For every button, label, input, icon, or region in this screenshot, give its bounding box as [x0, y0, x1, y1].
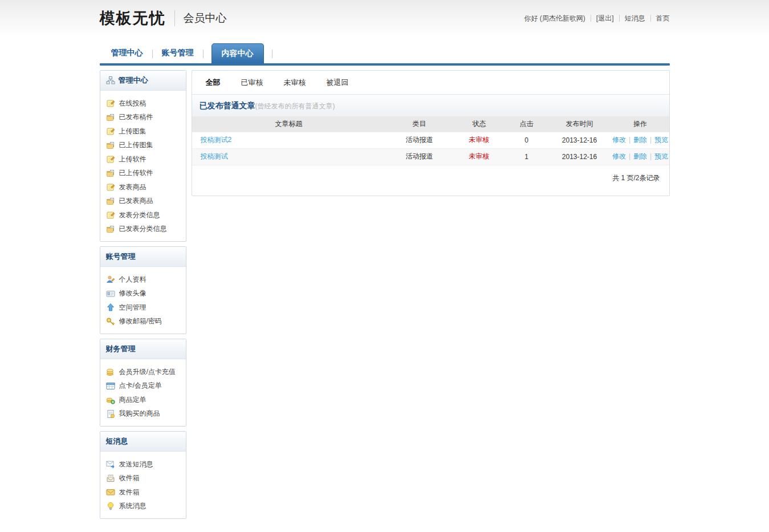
filter-tabs: 全部已审核未审核被退回 — [192, 71, 669, 95]
status-cell: 未审核 — [453, 132, 506, 148]
messages-link[interactable]: 短消息 — [625, 14, 645, 23]
logout-link[interactable]: [退出] — [596, 14, 614, 23]
articles-table: 文章标题类目状态点击发布时间操作 投稿测试2活动报道未审核02013-12-16… — [192, 116, 669, 165]
note-edit-icon — [106, 210, 115, 220]
filter-tab-1[interactable]: 已审核 — [241, 78, 263, 88]
home-link[interactable]: 首页 — [656, 14, 670, 23]
sidebar-item-2-0[interactable]: 会员升级/点卡充值 — [106, 365, 180, 379]
inbox-icon — [106, 474, 115, 483]
section-title: 已发布普通文章 — [200, 101, 255, 110]
clicks-cell: 1 — [506, 148, 548, 165]
nav-tab-content-center[interactable]: 内容中心 — [211, 43, 264, 63]
sidebar-item-0-3[interactable]: 已上传图集 — [106, 139, 180, 153]
sidebar-item-3-3[interactable]: 系统消息 — [106, 499, 180, 514]
order-table-icon — [106, 381, 115, 391]
sidebar-item-label: 发件箱 — [119, 488, 140, 497]
sidebar-section-title: 账号管理 — [100, 247, 186, 267]
sidebar-item-0-4[interactable]: 上传软件 — [106, 152, 180, 166]
sidebar-item-0-6[interactable]: 发表商品 — [106, 180, 180, 194]
sidebar-section-3: 短消息发送短消息收件箱发件箱系统消息 — [100, 431, 186, 519]
sidebar-section-2: 财务管理会员升级/点卡充值点卡/会员定单商品定单我购买的商品 — [100, 339, 186, 427]
filter-tab-2[interactable]: 未审核 — [284, 78, 306, 88]
note-edit-icon — [106, 99, 115, 108]
folder-doc-icon — [106, 169, 115, 178]
brand: 模板无忧 会员中心 — [100, 8, 227, 29]
sidebar-item-label: 已上传软件 — [119, 168, 153, 178]
divider: | — [650, 136, 652, 144]
nav-tab-manage-center[interactable]: 管理中心 — [102, 48, 152, 63]
section-subtitle: (曾经发布的所有普通文章) — [255, 102, 335, 110]
action-link-0[interactable]: 修改 — [612, 152, 626, 160]
action-link-0[interactable]: 修改 — [612, 136, 626, 144]
action-link-1[interactable]: 删除 — [633, 136, 647, 144]
sidebar-item-0-2[interactable]: 上传图集 — [106, 124, 180, 139]
content-area: 管理中心在线投稿已发布稿件上传图集已上传图集上传软件已上传软件发表商品已发表商品… — [100, 70, 670, 523]
sidebar-item-1-3[interactable]: 修改邮箱/密码 — [106, 315, 180, 329]
sidebar-item-label: 上传图集 — [119, 127, 147, 136]
sidebar-section-title: 短消息 — [100, 432, 186, 452]
nav-divider — [203, 50, 204, 58]
bulb-icon — [106, 502, 115, 511]
sidebar-item-label: 发表分类信息 — [119, 210, 160, 220]
sidebar-section-label: 短消息 — [106, 436, 128, 446]
sidebar-section-0: 管理中心在线投稿已发布稿件上传图集已上传图集上传软件已上传软件发表商品已发表商品… — [100, 70, 186, 242]
sidebar-item-2-3[interactable]: 我购买的商品 — [106, 407, 180, 421]
divider: | — [629, 136, 630, 144]
article-title-link[interactable]: 投稿测试 — [201, 152, 228, 160]
sidebar-item-0-7[interactable]: 已发表商品 — [106, 194, 180, 209]
article-title-link[interactable]: 投稿测试2 — [201, 136, 232, 144]
action-link-2[interactable]: 预览 — [654, 136, 668, 144]
sidebar-item-0-5[interactable]: 已上传软件 — [106, 166, 180, 181]
note-edit-icon — [106, 182, 115, 192]
table-header-row: 文章标题类目状态点击发布时间操作 — [192, 116, 669, 132]
sidebar-item-label: 已上传图集 — [119, 140, 153, 150]
user-edit-icon — [106, 275, 115, 284]
sidebar-item-0-0[interactable]: 在线投稿 — [106, 96, 180, 111]
arrow-up-icon — [106, 303, 115, 312]
nav-underline — [100, 63, 670, 66]
sidebar-item-1-2[interactable]: 空间管理 — [106, 300, 180, 315]
key-icon — [106, 317, 115, 326]
divider: | — [629, 152, 630, 160]
divider — [650, 15, 651, 22]
sidebar-item-3-1[interactable]: 收件箱 — [106, 472, 180, 486]
sidebar-item-2-2[interactable]: 商品定单 — [106, 393, 180, 407]
date-cell: 2013-12-16 — [548, 148, 612, 165]
sitemap-icon — [106, 76, 115, 85]
note-edit-icon — [106, 127, 115, 136]
filter-tab-3[interactable]: 被退回 — [327, 78, 349, 88]
sidebar-section-items: 个人资料修改头像空间管理修改邮箱/密码 — [100, 267, 186, 334]
sidebar-item-0-1[interactable]: 已发布稿件 — [106, 111, 180, 125]
sidebar-section-label: 财务管理 — [106, 344, 136, 354]
action-link-2[interactable]: 预览 — [654, 152, 668, 160]
status-cell: 未审核 — [453, 148, 506, 165]
sidebar-item-2-1[interactable]: 点卡/会员定单 — [106, 379, 180, 393]
member-center-title: 会员中心 — [184, 11, 227, 26]
main-nav: 管理中心账号管理内容中心 — [100, 43, 670, 66]
sidebar-item-3-0[interactable]: 发送短消息 — [106, 457, 180, 472]
sidebar-item-label: 修改邮箱/密码 — [119, 316, 162, 326]
folder-doc-icon — [106, 141, 115, 150]
section-heading: 已发布普通文章(曾经发布的所有普通文章) — [192, 95, 669, 116]
brand-divider — [174, 10, 175, 26]
actions-cell: 修改|删除|预览 — [612, 132, 669, 148]
filter-tab-0[interactable]: 全部 — [206, 78, 221, 88]
sidebar-section-1: 账号管理个人资料修改头像空间管理修改邮箱/密码 — [100, 246, 186, 334]
action-link-1[interactable]: 删除 — [633, 152, 647, 160]
sidebar-item-0-8[interactable]: 发表分类信息 — [106, 208, 180, 222]
sidebar-item-1-0[interactable]: 个人资料 — [106, 273, 180, 287]
sidebar-item-1-1[interactable]: 修改头像 — [106, 287, 180, 301]
sidebar-item-0-9[interactable]: 已发表分类信息 — [106, 222, 180, 237]
sidebar-section-label: 管理中心 — [119, 75, 148, 86]
sidebar-item-3-2[interactable]: 发件箱 — [106, 485, 180, 499]
envelope-icon — [106, 488, 115, 497]
mail-send-icon — [106, 460, 115, 469]
article-title-cell: 投稿测试2 — [192, 132, 386, 148]
coins-add-icon — [106, 395, 115, 404]
sidebar-item-label: 空间管理 — [119, 303, 147, 312]
site-logo[interactable]: 模板无忧 — [100, 8, 166, 29]
sidebar-item-label: 已发布稿件 — [119, 112, 153, 122]
nav-tab-account-manage[interactable]: 账号管理 — [153, 48, 203, 63]
sidebar-item-label: 发送短消息 — [119, 460, 153, 469]
sidebar-item-label: 系统消息 — [119, 501, 147, 511]
